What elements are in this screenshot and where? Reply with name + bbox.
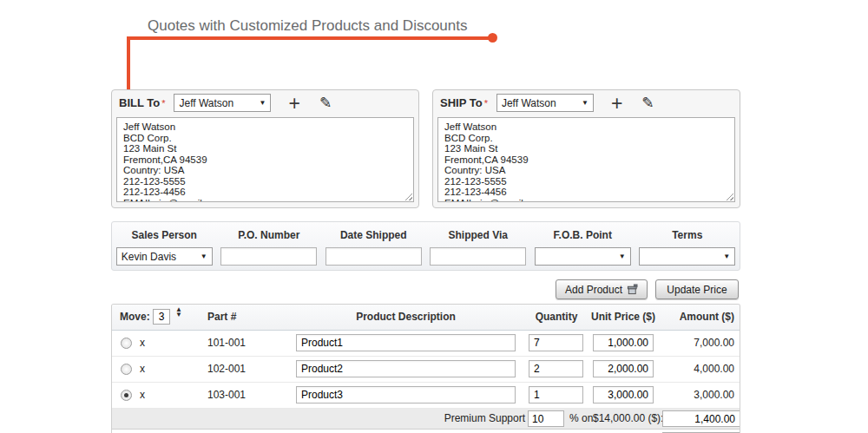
bill-to-panel: BILL To* Jeff Watson ▼ + ✎ Jeff Watson B… — [111, 89, 419, 208]
edit-contact-icon[interactable]: ✎ — [319, 94, 332, 112]
select-row-radio[interactable] — [121, 338, 132, 349]
product-row: x 102-001 4,000.00 — [112, 357, 740, 383]
required-asterisk: * — [161, 98, 165, 108]
products-table-header: Move: ▲ ▼ Part # Product Description Qua… — [112, 305, 740, 331]
move-stepper[interactable]: ▲ ▼ — [175, 307, 182, 318]
premium-amount-input[interactable] — [662, 410, 740, 427]
add-product-label: Add Product — [565, 284, 622, 296]
product-row: x 103-001 3,000.00 — [112, 383, 740, 409]
bill-to-contact-value: Jeff Watson — [179, 97, 233, 109]
date-shipped-input[interactable] — [326, 247, 422, 266]
quantity-input[interactable] — [529, 360, 583, 377]
part-number: 102-001 — [207, 357, 246, 382]
terms-select[interactable]: ▼ — [639, 247, 735, 266]
col-header-quantity: Quantity — [529, 305, 584, 330]
premium-percent-input[interactable] — [528, 410, 564, 427]
remove-row-button[interactable]: x — [140, 357, 145, 382]
chevron-down-icon: ▼ — [260, 99, 266, 107]
percent-on-label: % on — [569, 409, 593, 429]
field-label: Sales Person — [112, 222, 217, 241]
sales-person-value: Kevin Davis — [122, 251, 176, 263]
field-po-number: P.O. Number — [217, 222, 322, 270]
ship-to-label: SHIP To — [440, 96, 483, 109]
quantity-input[interactable] — [529, 386, 583, 403]
sales-person-select[interactable]: Kevin Davis ▼ — [116, 247, 213, 266]
field-terms: Terms ▼ — [635, 222, 740, 270]
product-row: x 101-001 7,000.00 — [112, 331, 740, 357]
bill-to-contact-select[interactable]: Jeff Watson ▼ — [174, 94, 271, 112]
update-price-button[interactable]: Update Price — [655, 279, 739, 299]
products-table: Move: ▲ ▼ Part # Product Description Qua… — [111, 304, 740, 433]
chevron-down-icon: ▼ — [201, 253, 207, 260]
add-product-button[interactable]: Add Product — [556, 279, 648, 299]
remove-row-button[interactable]: x — [140, 331, 145, 356]
col-header-description: Product Description — [296, 305, 516, 330]
step-down-icon[interactable]: ▼ — [175, 312, 182, 318]
bill-to-header: BILL To* Jeff Watson ▼ + ✎ — [112, 90, 418, 115]
ship-to-contact-value: Jeff Watson — [502, 97, 556, 109]
amount-value: 3,000.00 — [659, 383, 734, 408]
amount-value: 7,000.00 — [659, 331, 734, 356]
add-contact-icon[interactable]: + — [288, 95, 299, 112]
amount-value: 4,000.00 — [659, 357, 734, 382]
field-shipped-via: Shipped Via — [426, 222, 531, 270]
col-header-unit-price: Unit Price ($) — [589, 305, 657, 330]
move-label: Move: — [120, 305, 150, 330]
bill-to-address-wrap: Jeff Watson BCD Corp. 123 Main St Fremon… — [116, 117, 414, 202]
description-input[interactable] — [296, 334, 516, 351]
premium-support-row: Premium Support % on $14,000.00 ($): — [112, 409, 740, 430]
annotation-connector-vertical — [127, 36, 130, 89]
move-input[interactable] — [153, 309, 170, 325]
field-date-shipped: Date Shipped — [321, 222, 426, 270]
required-asterisk: * — [484, 98, 488, 108]
unit-price-input[interactable] — [593, 386, 654, 403]
annotation-connector-horizontal — [127, 36, 489, 40]
chevron-down-icon: ▼ — [619, 253, 626, 260]
field-label: Terms — [635, 222, 740, 241]
ship-to-address-textarea[interactable]: Jeff Watson BCD Corp. 123 Main St Fremon… — [437, 117, 735, 202]
quantity-input[interactable] — [529, 334, 583, 351]
unit-price-input[interactable] — [593, 360, 654, 377]
bill-to-label: BILL To — [119, 96, 160, 109]
field-label: Date Shipped — [321, 222, 426, 241]
description-input[interactable] — [296, 386, 516, 403]
part-number: 101-001 — [207, 331, 246, 356]
chevron-down-icon: ▼ — [723, 253, 730, 260]
edit-contact-icon[interactable]: ✎ — [641, 94, 654, 112]
field-sales-person: Sales Person Kevin Davis ▼ — [112, 222, 217, 270]
annotation-connector-dot — [488, 33, 497, 43]
base-amount-label: $14,000.00 ($): — [593, 409, 663, 429]
field-label: F.O.B. Point — [530, 222, 635, 241]
quotes-page: Quotes with Customized Products and Disc… — [0, 0, 868, 433]
po-number-input[interactable] — [220, 247, 317, 266]
ship-to-address-wrap: Jeff Watson BCD Corp. 123 Main St Fremon… — [437, 117, 735, 202]
premium-support-label: Premium Support — [372, 409, 525, 429]
select-row-radio[interactable] — [121, 364, 132, 375]
ship-to-header: SHIP To* Jeff Watson ▼ + ✎ — [433, 90, 740, 115]
col-header-amount: Amount ($) — [659, 305, 734, 330]
package-icon — [627, 284, 638, 295]
ship-to-panel: SHIP To* Jeff Watson ▼ + ✎ Jeff Watson B… — [432, 89, 740, 208]
unit-price-input[interactable] — [593, 334, 654, 351]
next-row-cutoff — [112, 430, 740, 433]
ship-to-contact-select[interactable]: Jeff Watson ▼ — [496, 94, 594, 112]
order-fields-strip: Sales Person Kevin Davis ▼ P.O. Number D… — [111, 221, 740, 271]
remove-row-button[interactable]: x — [140, 383, 145, 408]
chevron-down-icon: ▼ — [582, 99, 589, 107]
add-contact-icon[interactable]: + — [611, 95, 622, 112]
bill-to-address-textarea[interactable]: Jeff Watson BCD Corp. 123 Main St Fremon… — [116, 117, 414, 202]
update-price-label: Update Price — [667, 284, 727, 296]
page-title: Quotes with Customized Products and Disc… — [148, 17, 468, 35]
shipped-via-input[interactable] — [430, 247, 526, 266]
select-row-radio[interactable] — [121, 390, 132, 401]
part-number: 103-001 — [207, 383, 246, 408]
field-label: P.O. Number — [217, 222, 322, 241]
field-label: Shipped Via — [426, 222, 531, 241]
fob-point-select[interactable]: ▼ — [535, 247, 631, 266]
description-input[interactable] — [296, 360, 516, 377]
col-header-part: Part # — [207, 305, 236, 330]
field-fob-point: F.O.B. Point ▼ — [530, 222, 635, 270]
